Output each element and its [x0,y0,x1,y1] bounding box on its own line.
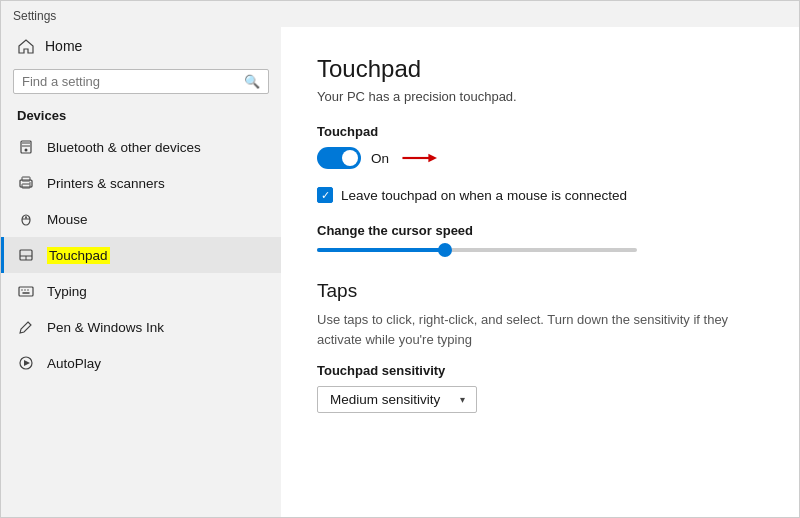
leave-touchpad-checkbox[interactable]: ✓ [317,187,333,203]
bluetooth-label: Bluetooth & other devices [47,140,201,155]
checkbox-label: Leave touchpad on when a mouse is connec… [341,188,627,203]
sensitivity-label: Touchpad sensitivity [317,363,763,378]
search-box[interactable]: 🔍 [13,69,269,94]
slider-section: Change the cursor speed [317,223,763,252]
svg-marker-23 [428,154,437,163]
taps-title: Taps [317,280,763,302]
slider-thumb[interactable] [438,243,452,257]
autoplay-icon [17,354,35,372]
chevron-down-icon: ▾ [460,394,465,405]
sidebar-item-home[interactable]: Home [1,27,281,65]
toggle-row: On [317,147,763,169]
pen-icon [17,318,35,336]
cursor-speed-label: Change the cursor speed [317,223,763,238]
window-title: Settings [13,9,56,23]
main-panel: Touchpad Your PC has a precision touchpa… [281,27,799,517]
sidebar: Home 🔍 Devices Bluetooth & other devices [1,27,281,517]
toggle-label: On [371,151,389,166]
touchpad-toggle[interactable] [317,147,361,169]
sidebar-item-touchpad[interactable]: Touchpad [1,237,281,273]
svg-marker-21 [24,360,30,366]
typing-icon [17,282,35,300]
touchpad-label: Touchpad [47,247,110,264]
slider-fill [317,248,445,252]
main-content-area: Home 🔍 Devices Bluetooth & other devices [1,27,799,517]
sidebar-item-pen[interactable]: Pen & Windows Ink [1,309,281,345]
sensitivity-value: Medium sensitivity [330,392,440,407]
slider-container [317,248,657,252]
touchpad-section-label: Touchpad [317,124,763,139]
sidebar-item-printers[interactable]: Printers & scanners [1,165,281,201]
sidebar-item-mouse[interactable]: Mouse [1,201,281,237]
svg-point-7 [29,182,31,184]
page-title: Touchpad [317,55,763,83]
sidebar-item-autoplay[interactable]: AutoPlay [1,345,281,381]
checkbox-row[interactable]: ✓ Leave touchpad on when a mouse is conn… [317,187,763,203]
sensitivity-dropdown[interactable]: Medium sensitivity ▾ [317,386,477,413]
pen-label: Pen & Windows Ink [47,320,164,335]
home-label: Home [45,38,82,54]
sidebar-item-bluetooth[interactable]: Bluetooth & other devices [1,129,281,165]
printers-label: Printers & scanners [47,176,165,191]
search-icon[interactable]: 🔍 [244,74,260,89]
touchpad-icon [17,246,35,264]
settings-window: Settings Home 🔍 Devices [0,0,800,518]
search-input[interactable] [22,74,244,89]
checkmark-icon: ✓ [321,190,330,201]
svg-rect-15 [19,287,33,296]
sidebar-item-typing[interactable]: Typing [1,273,281,309]
autoplay-label: AutoPlay [47,356,101,371]
typing-label: Typing [47,284,87,299]
mouse-icon [17,210,35,228]
subtitle: Your PC has a precision touchpad. [317,89,763,104]
svg-point-11 [25,217,27,219]
svg-point-3 [25,149,28,152]
red-arrow-indicator [401,149,437,167]
printer-icon [17,174,35,192]
bluetooth-icon [17,138,35,156]
section-title: Devices [1,102,281,129]
toggle-knob [342,150,358,166]
taps-description: Use taps to click, right-click, and sele… [317,310,763,349]
title-bar: Settings [1,1,799,27]
slider-track[interactable] [317,248,637,252]
home-icon [17,37,35,55]
mouse-label: Mouse [47,212,88,227]
taps-section: Taps Use taps to click, right-click, and… [317,280,763,413]
